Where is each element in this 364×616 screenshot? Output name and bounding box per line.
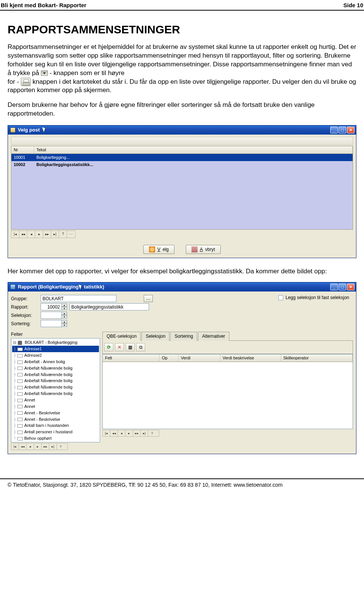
tab-alternativer[interactable]: Alternativer [198,332,229,341]
spin-down-icon[interactable]: ▾ [62,307,67,310]
qbe-grid[interactable]: Felt Op Verdi Verdi beskrivelse Skilleop… [102,354,353,429]
tree-item[interactable]: ├ Anbefalt Nåværende bolig [12,371,99,378]
nav-first-icon[interactable]: |◂ [11,231,19,238]
tree-item[interactable]: ├ Adresse1 [12,346,99,352]
col-tekst[interactable]: Tekst [34,146,353,154]
minimize-button[interactable]: _ [330,127,338,133]
list-area[interactable]: 10001 Boligkartlegging... 10002 Boligkar… [11,154,353,230]
spin-up-icon[interactable]: ▴ [62,320,67,323]
header-right: Side 10 [343,2,363,9]
tree-item[interactable]: ├ Anbefalt Nåværende bolig [12,384,99,390]
tree-item[interactable]: ├ Annet [12,403,99,410]
nav-help-icon[interactable]: ? [59,231,67,238]
maximize-button[interactable]: □ [339,127,346,133]
record-nav[interactable]: |◂ ◂◂ ◂ ▸ ▸▸ ▸| ? ⋯ [11,230,75,238]
paragraph-3: Her kommer det opp to rapporter, vi velg… [8,267,356,276]
tree-item[interactable]: ├ Annet - Beskrivelse [12,416,99,423]
printer-icon [21,78,31,86]
tab-qbe[interactable]: QBE-seleksjon [102,332,141,341]
tree-item[interactable]: ├ Anbefalt Nåværende bolig [12,390,99,397]
nav-next-page-icon[interactable]: ▸▸ [133,430,141,436]
list-row[interactable]: 10002 Boligkartleggingsstatistikk... [11,161,353,168]
spin-down-icon[interactable]: ▾ [62,323,67,327]
tree-item[interactable]: ├ Adresse2 [12,352,99,359]
nav-prev-icon[interactable]: ◂ [27,231,35,238]
close-button[interactable]: × [347,127,355,133]
velg-button[interactable]: Velg [143,245,174,254]
tree-item[interactable]: ├ Annet - Beskrivelse [12,410,99,416]
fast-seleksjon-checkbox[interactable]: Legg seleksjon til fast seleksjon [278,295,349,301]
col-felt[interactable]: Felt [103,354,160,362]
field-icon [17,379,23,383]
avbryt-button[interactable]: Avbryt [186,245,221,254]
rapport-text-field[interactable]: Boligkartleggingsstatistikk [69,303,149,310]
tree-item[interactable]: ├ Antall personer i husstand [12,429,99,435]
nav-help-icon[interactable]: ? [57,444,64,450]
nav-more-icon[interactable]: ⋯ [67,231,75,238]
nav-prev-page-icon[interactable]: ◂◂ [110,430,118,436]
tab-sortering[interactable]: Sortering [170,332,197,341]
browse-button[interactable]: … [144,295,153,302]
list-row[interactable]: 10001 Boligkartlegging... [11,154,353,161]
close-button[interactable]: × [347,284,355,290]
rapport-nr-spinner[interactable]: 10002 ▴▾ [41,303,67,310]
refresh-button[interactable]: ⟳ [104,343,113,351]
collapse-icon[interactable]: ⊟ [12,340,17,345]
window-title: Velg post [18,127,40,133]
col-skilleoperator[interactable]: Skilleoperator [281,354,353,362]
clear-button[interactable]: ▦ [126,343,135,351]
field-icon [17,437,23,440]
felter-tree[interactable]: ⊟ BOLKART - Boligkartlegging ├ Adresse1 … [11,338,100,442]
seleksjon-spinner[interactable]: ▴▾ [41,312,67,319]
nav-last-icon[interactable]: ▸| [51,231,59,238]
tree-item[interactable]: ├ Anbefalt Nåværende bolig [12,378,99,384]
copy-button[interactable]: ⧉ [136,343,145,351]
label-rapport: Rapport: [11,304,38,310]
checkbox-box[interactable] [278,295,283,300]
tree-nav[interactable]: |◂ ◂◂ ◂ ▸ ▸▸ ▸| ? [11,443,68,450]
maximize-button[interactable]: □ [339,284,346,290]
minimize-button[interactable]: _ [330,284,338,290]
nav-prev-icon[interactable]: ◂ [118,430,126,436]
gruppe-field[interactable]: BOLKART [41,295,116,302]
tree-item[interactable]: └ Behov opphørt [12,435,99,442]
nav-prev-page-icon[interactable]: ◂◂ [19,444,27,450]
nav-next-page-icon[interactable]: ▸▸ [42,444,49,450]
cursor-icon [42,127,47,133]
nav-last-icon[interactable]: ▸| [141,430,148,436]
delete-button[interactable]: ✕ [115,343,124,351]
sortering-spinner[interactable]: ▴▾ [41,320,67,327]
nav-prev-icon[interactable]: ◂ [27,444,34,450]
tree-root[interactable]: ⊟ BOLKART - Boligkartlegging [12,339,99,346]
check-icon [149,246,155,252]
nav-first-icon[interactable]: |◂ [11,444,19,450]
grid-nav[interactable]: |◂ ◂◂ ◂ ▸ ▸▸ ▸| ? [102,430,159,437]
nav-next-page-icon[interactable]: ▸▸ [43,231,51,238]
spin-down-icon[interactable]: ▾ [62,315,67,318]
tree-item[interactable]: ├ Antall barn i husstanden [12,422,99,429]
dropdown-icon [41,71,48,76]
titlebar[interactable]: Rapport (Boligkartleggingtatistikk) _ □ … [8,282,356,292]
nav-next-icon[interactable]: ▸ [126,430,133,436]
nav-last-icon[interactable]: ▸| [49,444,57,450]
nav-next-icon[interactable]: ▸ [34,444,42,450]
col-op[interactable]: Op [160,354,179,362]
header-left: Bli kjent med Bokart- Rapporter [1,2,86,9]
spin-up-icon[interactable]: ▴ [62,312,67,315]
label-sortering: Sortering: [11,321,38,327]
tab-seleksjon[interactable]: Seleksjon [141,332,169,341]
tree-item[interactable]: ├ Anbefalt Nåværende bolig [12,365,99,371]
spin-up-icon[interactable]: ▴ [62,303,67,307]
tree-item[interactable]: ├ Annet [12,397,99,403]
nav-next-icon[interactable]: ▸ [35,231,43,238]
nav-first-icon[interactable]: |◂ [103,430,110,436]
page-footer: © TietoEnator, Stasjonsgt. 37, 1820 SPYD… [0,478,364,496]
titlebar[interactable]: Velg post _ □ × [8,125,356,135]
field-icon [17,399,23,402]
col-nr[interactable]: Nr [11,146,34,154]
nav-prev-page-icon[interactable]: ◂◂ [19,231,27,238]
col-verdi-beskrivelse[interactable]: Verdi beskrivelse [220,354,281,362]
nav-help-icon[interactable]: ? [148,430,156,436]
tree-item[interactable]: ├ Anbefalt - Annen bolig [12,359,99,365]
col-verdi[interactable]: Verdi [179,354,220,362]
